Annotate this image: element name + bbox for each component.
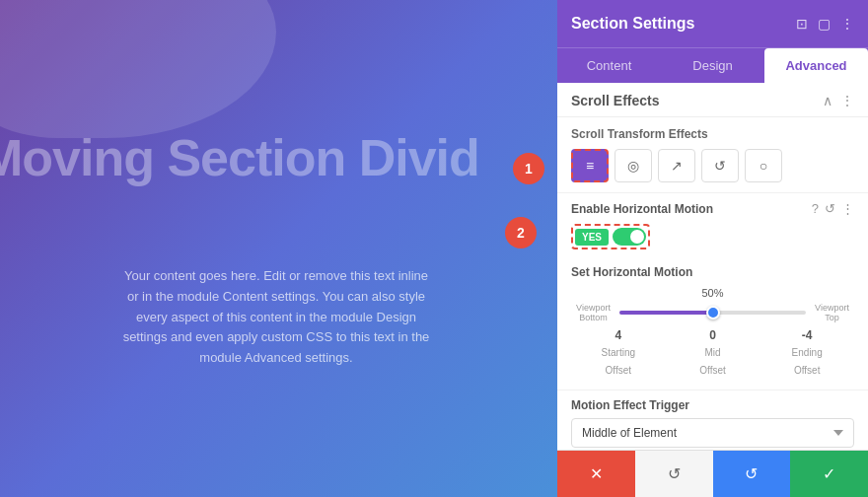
effect-btn-rotate[interactable]: ↺	[701, 149, 739, 182]
starting-offset-value: 4	[571, 328, 666, 342]
set-horizontal-motion-section: Set Horizontal Motion 50% ViewportBottom…	[557, 259, 868, 390]
panel-tabs: Content Design Advanced	[557, 47, 868, 83]
slider-container: ViewportBottom ViewportTop	[571, 303, 854, 322]
panel-body: Scroll Effects ∧ ⋮ Scroll Transform Effe…	[557, 83, 868, 450]
panel-header: Section Settings ⊡ ▢ ⋮	[557, 0, 868, 47]
scroll-effects-icons: ∧ ⋮	[823, 93, 854, 108]
horizontal-motion-icons: ? ↺ ⋮	[812, 201, 854, 216]
effect-btn-opacity[interactable]: ◎	[615, 149, 652, 182]
ending-offset: -4 EndingOffset	[760, 328, 854, 378]
starting-offset: 4 StartingOffset	[571, 328, 666, 378]
canvas-blob	[0, 0, 276, 138]
viewport-top-label: ViewportTop	[810, 303, 854, 322]
cancel-button[interactable]: ✕	[557, 451, 635, 497]
canvas-area: Moving Section Divid Your content goes h…	[0, 0, 557, 497]
settings-panel: Section Settings ⊡ ▢ ⋮ Content Design Ad…	[557, 0, 868, 497]
reset-button[interactable]: ↺	[635, 451, 713, 497]
panel-title: Section Settings	[571, 15, 694, 33]
toggle-row: YES	[557, 220, 868, 259]
set-motion-label: Set Horizontal Motion	[571, 265, 854, 279]
mid-offset-value: 0	[666, 328, 760, 342]
toggle-track[interactable]	[613, 228, 646, 246]
panel-icon-columns[interactable]: ▢	[818, 16, 831, 32]
effect-icons-row: ≡ ◎ ↗ ↺ ○	[571, 149, 854, 182]
slider-thumb[interactable]	[706, 306, 720, 320]
horizontal-motion-label: Enable Horizontal Motion	[571, 202, 806, 216]
toggle-thumb	[630, 230, 644, 244]
tab-advanced[interactable]: Advanced	[764, 48, 868, 83]
horizontal-motion-reset-icon[interactable]: ↺	[825, 201, 835, 216]
ending-offset-label: EndingOffset	[792, 347, 823, 376]
mid-offset: 0 MidOffset	[666, 328, 760, 378]
effect-btn-motion[interactable]: ≡	[571, 149, 609, 182]
slider-percent: 50%	[571, 287, 854, 299]
horizontal-motion-row: Enable Horizontal Motion ? ↺ ⋮	[557, 193, 868, 220]
slider-fill	[619, 311, 713, 315]
transform-effects-label: Scroll Transform Effects	[571, 127, 854, 141]
badge-1: 1	[513, 153, 544, 184]
scroll-effects-header: Scroll Effects ∧ ⋮	[557, 83, 868, 117]
offsets-row: 4 StartingOffset 0 MidOffset -4 EndingOf…	[571, 328, 854, 378]
tab-content[interactable]: Content	[557, 48, 661, 83]
motion-trigger-label: Motion Effect Trigger	[571, 398, 854, 412]
canvas-text-block: Your content goes here. Edit or remove t…	[118, 266, 434, 369]
tab-design[interactable]: Design	[661, 48, 764, 83]
canvas-title: Moving Section Divid	[0, 128, 479, 187]
panel-icon-menu[interactable]: ⋮	[840, 16, 854, 32]
refresh-button[interactable]: ↺	[713, 451, 791, 497]
panel-header-icons: ⊡ ▢ ⋮	[796, 16, 854, 32]
transform-effects-section: Scroll Transform Effects ≡ ◎ ↗ ↺ ○	[557, 117, 868, 193]
horizontal-motion-menu-icon[interactable]: ⋮	[841, 201, 854, 216]
badge-2: 2	[505, 217, 537, 248]
effect-btn-blur[interactable]: ○	[745, 149, 782, 182]
ending-offset-value: -4	[760, 328, 854, 342]
motion-trigger-select[interactable]: Middle of Element Top of Element Bottom …	[571, 418, 854, 448]
panel-icon-responsive[interactable]: ⊡	[796, 16, 808, 32]
scroll-effects-title: Scroll Effects	[571, 93, 659, 108]
horizontal-motion-help-icon[interactable]: ?	[812, 201, 819, 216]
mid-offset-label: MidOffset	[699, 347, 726, 376]
starting-offset-label: StartingOffset	[602, 347, 635, 376]
toggle-yes-label: YES	[575, 229, 609, 246]
confirm-button[interactable]: ✓	[790, 451, 868, 497]
viewport-bottom-label: ViewportBottom	[571, 303, 615, 322]
effect-btn-transform[interactable]: ↗	[658, 149, 695, 182]
toggle-wrap[interactable]: YES	[571, 224, 650, 249]
panel-footer: ✕ ↺ ↺ ✓	[557, 450, 868, 497]
motion-trigger-section: Motion Effect Trigger Middle of Element …	[557, 390, 868, 450]
scroll-effects-menu-icon[interactable]: ⋮	[840, 93, 854, 108]
slider-track[interactable]	[619, 311, 806, 315]
scroll-effects-collapse-icon[interactable]: ∧	[823, 93, 832, 108]
